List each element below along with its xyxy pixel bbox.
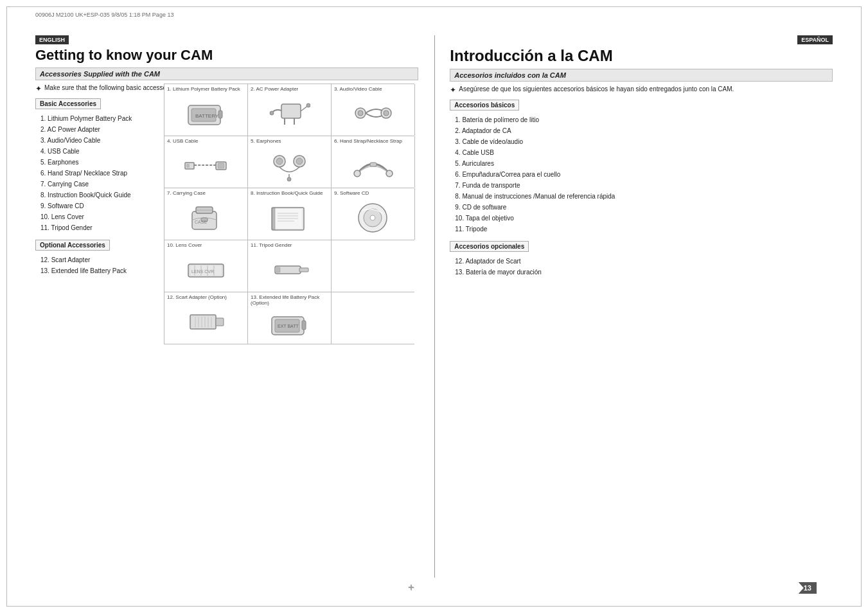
img-cell-strap: 6. Hand Strap/Necklace Strap [331,136,415,188]
image-grid: 1. Lithium Polymer Battery Pack BATTERY … [164,84,414,344]
svg-rect-4 [281,104,301,118]
page-number: 13 [799,582,817,594]
svg-rect-62 [302,321,306,330]
svg-rect-15 [186,164,190,168]
list-item: 13. Batería de mayor duración [450,267,833,278]
list-item: 8. Manual de instrucciones /Manual de re… [450,191,833,202]
spanish-basic-list: 1. Batería de polímero de litio 2. Adapt… [450,114,833,235]
list-item: 6. Empuñadura/Correa para el cuello [450,169,833,180]
img-cell-av-cable: 3. Audio/Video Cable [331,84,415,136]
english-badge: ENGLISH [35,35,69,44]
spanish-optional-label: Accesorios opcionales [450,241,529,252]
file-reference: 00906J M2100 UK+ESP-035 9/8/05 1:18 PM P… [35,12,833,18]
svg-point-7 [270,111,274,115]
spanish-intro: ✦ Asegúrese de que los siguientes acceso… [450,85,833,94]
english-optional-label: Optional Accessories [35,240,110,251]
image-row-5: 12. Scart Adapter (Option) [164,292,414,344]
usb-cable-icon [184,151,229,180]
svg-rect-50 [299,268,308,272]
spanish-title: Introducción a la CAM [450,47,833,65]
ext-battery-icon: EXT BATT [269,310,310,339]
image-row-3: 7. Carrying Case CASE [164,188,414,240]
border-left [6,6,7,607]
english-title: Getting to know your CAM [35,47,418,64]
book-icon [269,202,310,233]
svg-rect-51 [275,267,280,272]
list-item: 1. Batería de polímero de litio [450,114,833,125]
page-container: 00906J M2100 UK+ESP-035 9/8/05 1:18 PM P… [0,0,868,613]
svg-rect-38 [272,208,275,229]
list-item: 7. Funda de transporte [450,180,833,191]
svg-text:EXT BATT: EXT BATT [278,324,299,328]
english-accessories-header: Accessories Supplied with the CAM [35,67,418,80]
spanish-optional-list: 12. Adaptador de Scart 13. Batería de ma… [450,256,833,278]
svg-rect-26 [370,163,376,166]
svg-point-25 [386,170,393,177]
img-cell-extbattery: 13. Extended life Battery Pack (Option) … [247,292,332,344]
border-top [6,6,862,7]
list-item: 3. Cable de vídeo/audio [450,136,833,147]
svg-point-19 [276,158,283,164]
image-row-2: 4. USB Cable 5. Earphones [164,136,414,188]
scart-icon [187,307,226,336]
svg-text:BATTERY: BATTERY [195,113,219,119]
list-item: 10. Tapa del objetivo [450,213,833,224]
svg-text:CASE: CASE [195,220,207,224]
list-item: 11. Tripode [450,224,833,235]
img-cell-book: 8. Instruction Book/Quick Guide [247,188,332,240]
img-cell-empty-2 [331,292,415,344]
spanish-section: ESPAÑOL Introducción a la CAM Accesorios… [450,35,833,284]
svg-point-23 [287,177,291,181]
border-right [861,6,862,607]
image-row-4: 10. Lens Cover LENS CVR [164,240,414,292]
battery-icon: BATTERY [185,99,227,128]
cd-icon [355,201,391,235]
list-item: 9. CD de software [450,202,833,213]
img-cell-scart: 12. Scart Adapter (Option) [164,292,248,344]
img-cell-tripod: 11. Tripod Gender [247,240,332,292]
spanish-accessories-header: Accesorios incluidos con la CAM [450,69,833,82]
svg-point-13 [384,111,389,116]
svg-point-21 [296,158,303,164]
svg-point-24 [354,170,360,177]
lens-cover-icon: LENS CVR [185,256,227,283]
img-cell-lens: 10. Lens Cover LENS CVR [164,240,248,292]
earphones-icon [272,150,307,182]
list-item: 4. Cable USB [450,147,833,158]
list-item: 12. Adaptador de Scart [450,256,833,267]
img-cell-case: 7. Carrying Case CASE [164,188,248,240]
svg-point-41 [370,215,375,220]
list-item: 2. Adaptador de CA [450,125,833,136]
spanish-basic-label: Accesorios básicos [450,100,519,111]
list-item: 5. Auriculares [450,158,833,169]
svg-rect-17 [218,163,224,168]
case-icon: CASE [187,202,226,234]
svg-point-9 [306,103,310,107]
svg-point-11 [358,111,363,116]
main-content: ENGLISH Getting to know your CAM Accesso… [35,35,833,578]
strap-icon [351,151,396,180]
svg-rect-1 [218,111,222,118]
img-cell-usb: 4. USB Cable [164,136,248,188]
svg-text:LENS CVR: LENS CVR [191,269,214,274]
img-cell-battery: 1. Lithium Polymer Battery Pack BATTERY [164,84,248,136]
image-row-1: 1. Lithium Polymer Battery Pack BATTERY … [164,84,414,136]
img-cell-empty-1 [331,240,415,292]
spanish-badge: ESPAÑOL [797,35,833,44]
av-cable-icon [351,99,396,128]
img-cell-earphones: 5. Earphones [247,136,332,188]
english-basic-label: Basic Accessories [35,98,101,109]
border-bottom [6,606,862,607]
svg-rect-54 [216,318,224,326]
spanish-optional-section: Accesorios opcionales 12. Adaptador de S… [450,241,833,278]
crosshair-bottom: + [408,582,421,594]
img-cell-cd: 9. Software CD [331,188,415,240]
img-cell-adapter: 2. AC Power Adapter [247,84,332,136]
adapter-icon [269,99,310,128]
tripod-icon [269,256,310,283]
